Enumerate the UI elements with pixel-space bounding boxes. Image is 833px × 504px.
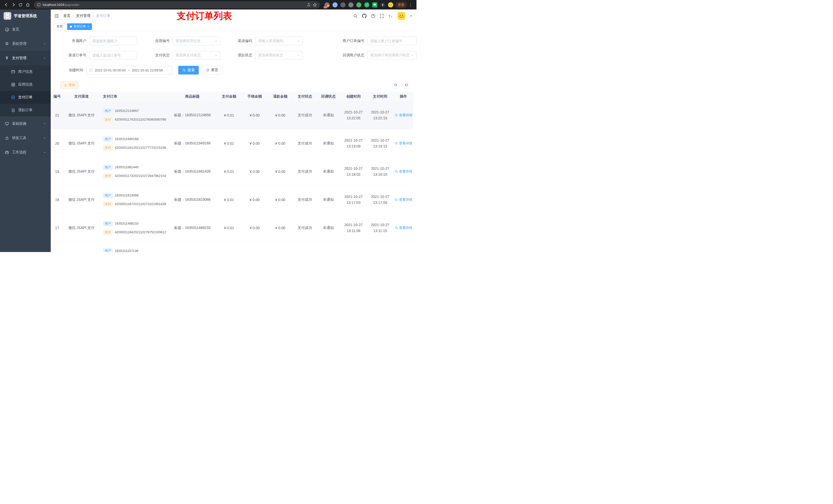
tab-pay-order[interactable]: 支付订单 × [67, 23, 92, 30]
address-bar[interactable]: localhost:1024/pay/order [34, 1, 320, 8]
sidebar-item-refund-order[interactable]: 退款订单 [0, 104, 51, 117]
app-select[interactable]: 请选择应用信息 [173, 37, 220, 45]
share-icon[interactable] [307, 3, 311, 7]
filter-form: 所属商户 应用编号 请选择应用信息 渠道编码 [51, 31, 416, 74]
document-icon [11, 108, 15, 112]
chevron-down-icon [215, 40, 217, 43]
pay-tag: 支付 [103, 117, 113, 122]
cell-pay-status: 支付成功 [293, 225, 317, 230]
channel-order-no-field[interactable] [92, 53, 134, 57]
tab-home[interactable]: 首页 [54, 23, 66, 30]
cell-fee: ¥ 0.00 [242, 198, 267, 202]
sidebar-fold-icon[interactable] [54, 14, 59, 19]
site-info-icon[interactable] [37, 3, 41, 7]
github-icon[interactable] [362, 14, 366, 18]
sidebar-item-pay[interactable]: ¥ 支付管理 [0, 51, 51, 65]
cell-id: 21 [51, 113, 64, 117]
chevron-down-icon [43, 137, 46, 140]
reset-button[interactable]: 重置 [202, 66, 222, 74]
table-header-row: 编号 支付渠道 支付订单 商品标题 支付金额 手续金额 退款金额 支付状态 [51, 92, 413, 101]
cell-fee: ¥ 0.00 [242, 141, 267, 145]
view-detail-link[interactable]: 查看详情 [394, 169, 413, 174]
cell-notify-status: 未通知 [317, 141, 340, 146]
pay-time: 13:22:15 [367, 115, 394, 121]
ext-icon-blue[interactable] [332, 2, 338, 7]
avatar-caret-icon[interactable]: ▼ [410, 14, 412, 18]
sidebar-item-app-info[interactable]: 应用信息 [0, 78, 51, 91]
channel-code-select[interactable]: 请输入渠道编码 [255, 37, 303, 45]
search-button[interactable]: 搜索 [178, 66, 199, 74]
search-button-label: 搜索 [188, 68, 195, 72]
pay-tag: 支付 [103, 145, 113, 150]
view-detail-link[interactable]: 查看详情 [394, 197, 413, 202]
update-button[interactable]: 更新 [395, 2, 407, 8]
view-detail-link[interactable]: 查看详情 [394, 141, 413, 146]
select-placeholder: 请选择应用信息 [175, 39, 213, 43]
cell-amount: ¥ 0.01 [216, 198, 242, 202]
ext-icon-dark-1[interactable] [340, 2, 346, 7]
font-size-icon[interactable]: TT [388, 14, 393, 18]
ext-icon-green[interactable] [356, 2, 361, 7]
refund-status-select[interactable]: 请选择退款状态 [255, 51, 303, 60]
sidebar-item-devtools[interactable]: 研发工具 [0, 131, 51, 145]
help-icon[interactable] [371, 14, 375, 18]
bookmark-star-icon[interactable] [313, 3, 317, 7]
view-detail-link[interactable]: 查看详情 [394, 225, 413, 230]
channel-order-no-input[interactable] [89, 51, 137, 60]
url-text: localhost:1024/pay/order [43, 3, 79, 7]
refresh-icon[interactable] [403, 81, 410, 89]
merchant-order-no-field[interactable] [370, 39, 414, 43]
sidebar-item-workflow[interactable]: 工作流程 [0, 145, 51, 160]
cell-fee: ¥ 0.00 [242, 113, 267, 117]
merchant-order-no-input[interactable] [367, 37, 416, 45]
search-icon[interactable] [353, 14, 358, 18]
merchant-input[interactable] [89, 37, 137, 45]
home-icon[interactable] [24, 1, 31, 8]
create-time: 13:11:08 [340, 228, 367, 234]
browser-toolbar: localhost:1024/pay/order 10 ✓ 💬 更新 ⋮ [0, 0, 416, 9]
forward-icon[interactable] [10, 1, 17, 8]
user-avatar[interactable] [398, 12, 405, 20]
ext-icon-green-check[interactable]: ✓ [364, 2, 370, 7]
profile-avatar-icon[interactable] [388, 2, 393, 7]
cell-pay-status: 支付成功 [293, 169, 317, 174]
pay-status-select[interactable]: 请选择支付状态 [173, 51, 220, 60]
sidebar-item-system[interactable]: ⚙ 系统管理 [0, 37, 51, 51]
reload-icon[interactable] [17, 1, 24, 8]
sidebar-item-merchant-info[interactable]: 商户信息 [0, 65, 51, 78]
sidebar-item-home[interactable]: 首页 [0, 22, 51, 37]
cell-channel: 微信 JSAPI 支付 [64, 141, 99, 146]
cell-create-time: 2021-10-27 13:18:02 [340, 166, 367, 177]
main-area: 首页 / 支付管理 / 支付订单 支付订单列表 [51, 9, 416, 252]
ext-icon-dark-2[interactable] [348, 2, 354, 7]
gear-icon: ⚙ [5, 42, 9, 46]
sidebar-item-pay-order[interactable]: 支付订单 [0, 91, 51, 104]
lock-icon [5, 136, 9, 140]
table-row: 18 微信 JSAPI 支付 商户 1635311823086 支付 42000… [51, 186, 413, 214]
extensions-pin-icon[interactable] [380, 2, 385, 7]
browser-menu-icon[interactable]: ⋮ [407, 3, 414, 7]
back-icon[interactable] [3, 1, 10, 8]
clock-icon [89, 68, 93, 72]
view-detail-link[interactable]: 查看详情 [394, 113, 413, 118]
export-button[interactable]: 导出 [61, 81, 79, 89]
toggle-search-icon[interactable] [392, 81, 400, 89]
create-time-range-picker[interactable]: 2021-10-01 00:00:00 - 2021-10-31 23:59:5… [86, 66, 172, 74]
sidebar-item-infra[interactable]: 基础设施 [0, 117, 51, 131]
breadcrumb-pay[interactable]: 支付管理 [76, 14, 90, 18]
notify-status-select[interactable]: 请选择订单回调商户状态 [367, 51, 416, 60]
create-date: 2021-10-27 [340, 110, 367, 115]
pay-date: 2021-10-27 [367, 138, 394, 143]
chevron-down-icon [297, 40, 300, 43]
ext-icon-colorful[interactable]: 10 [325, 2, 330, 7]
merchant-order-no: 1635311157136 [115, 249, 138, 252]
cell-refund: ¥ 0.00 [267, 113, 293, 117]
merchant-input-field[interactable] [92, 39, 134, 43]
pay-time: 13:18:10 [367, 172, 394, 177]
credit-card-icon [11, 70, 15, 74]
breadcrumb-home[interactable]: 首页 [63, 14, 70, 18]
channel-pay-no: 4200001173202110272847982104 [115, 174, 166, 178]
close-icon[interactable]: × [87, 25, 89, 28]
fullscreen-icon[interactable] [380, 14, 384, 18]
ext-icon-chat[interactable]: 💬 [372, 2, 377, 7]
